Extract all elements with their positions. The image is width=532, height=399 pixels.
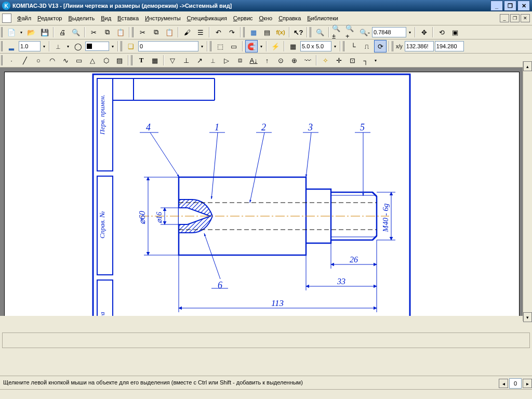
magnet-icon[interactable]: 🧲 [245,40,258,52]
paste-icon[interactable]: 📋 [114,26,127,38]
leader-icon[interactable]: ↗ [193,54,206,66]
bolt-icon[interactable]: ⚡ [269,40,282,52]
whatsthis-icon[interactable]: ↖? [292,26,304,38]
line-icon[interactable]: ╱ [19,54,31,66]
misc2-icon[interactable]: ┐ [360,54,372,66]
menu-spec[interactable]: Спецификация [184,14,230,22]
save-icon[interactable]: 💾 [38,26,51,38]
circle-icon[interactable]: ◯ [72,40,84,52]
layers-icon[interactable]: ❑ [125,40,137,52]
property-bar[interactable] [2,332,530,348]
copy2-icon[interactable]: ⧉ [150,26,162,38]
props-icon[interactable]: ☰ [194,26,207,38]
copy-icon[interactable]: ⧉ [101,26,113,38]
circle2-icon[interactable]: ○ [32,54,45,66]
snap-dd[interactable]: ▾ [259,41,264,52]
menu-view[interactable]: Вид [98,14,114,22]
zoom-out-icon[interactable]: 🔍- [358,26,371,38]
tol-icon[interactable]: ⧈ [234,54,246,66]
rough-icon[interactable]: ▽ [166,54,179,66]
spec-icon[interactable]: ▦ [247,26,260,38]
axis-icon[interactable]: ✛ [332,54,345,66]
drawing-canvas[interactable]: Перв. примен. Справ. № и дата [0,68,527,316]
table-icon[interactable]: ▦ [149,54,161,66]
point-icon[interactable]: · [5,54,18,66]
close-button[interactable]: ✕ [517,1,530,11]
pan-icon[interactable]: ✥ [418,26,430,38]
section-icon[interactable]: A↓ [247,54,260,66]
hex-icon[interactable]: ⬡ [100,54,112,66]
misc2-dd[interactable]: ▾ [373,55,378,66]
cut2-icon[interactable]: ✂ [136,26,149,38]
menu-libraries[interactable]: Библиотеки [304,14,341,22]
mark1-icon[interactable]: ⟂ [207,54,219,66]
auto-icon[interactable]: ✧ [319,54,331,66]
mdi-close[interactable]: ✕ [521,14,530,22]
layer-input[interactable] [138,41,198,51]
arc-icon[interactable]: ◠ [46,54,58,66]
grid-icon[interactable]: ▦ [287,40,299,52]
zoom-in-icon[interactable]: 🔍+ [345,26,357,38]
ortho-icon[interactable]: └ [347,40,360,52]
restore-button[interactable]: ❐ [504,1,516,11]
minimize-button[interactable]: _ [490,1,503,11]
brush-icon[interactable]: 🖌 [181,26,193,38]
open-icon[interactable]: 📂 [25,26,37,38]
tool-b-icon[interactable]: ▭ [228,40,240,52]
zoom-input[interactable] [372,27,406,37]
vertical-scrollbar[interactable]: ▴ ▾ [523,61,532,321]
arrow-icon[interactable]: ↑ [261,54,273,66]
scroll-up-icon[interactable]: ▴ [523,61,532,71]
preview-icon[interactable]: 🔍 [70,26,82,38]
menu-editor[interactable]: Редактор [35,14,64,22]
menu-help[interactable]: Справка [276,14,303,22]
zoom-all-icon[interactable]: ▣ [449,26,461,38]
grid-dd[interactable]: ▾ [332,41,338,52]
wave-icon[interactable]: 〰 [301,54,314,66]
menu-select[interactable]: Выделить [65,14,97,22]
rect-icon[interactable]: ▭ [73,54,85,66]
zoom-dd[interactable]: ▾ [407,26,413,38]
new-dd[interactable]: ▾ [19,26,24,38]
scroll-down-icon[interactable]: ▾ [523,312,532,322]
base-icon[interactable]: ⊥ [180,54,192,66]
menu-file[interactable]: Файл [15,14,34,22]
grid-input[interactable] [300,41,331,51]
redo-icon[interactable]: ↷ [225,26,238,38]
tri-icon[interactable]: △ [86,54,99,66]
coord-x[interactable] [405,41,434,51]
zoom-dyn-icon[interactable]: 🔍± [331,26,344,38]
scroll-right-icon[interactable]: ▸ [523,379,532,388]
curve-icon[interactable]: ∿ [59,54,72,66]
print-icon[interactable]: 🖨 [56,26,69,38]
hatch-icon[interactable]: ▨ [113,54,126,66]
layer-dd[interactable]: ▾ [200,41,205,52]
color-swatch[interactable] [85,42,109,51]
mdi-restore[interactable]: ❐ [510,14,520,22]
lc-dd[interactable]: ▾ [65,41,71,52]
tool-a-icon[interactable]: ⬚ [214,40,227,52]
linecap-icon[interactable]: ⟂ [52,40,64,52]
mdi-minimize[interactable]: _ [500,14,509,22]
mgr-icon[interactable]: ▤ [261,26,273,38]
scroll-left-icon[interactable]: ◂ [499,379,508,388]
lw-dd[interactable]: ▾ [42,41,47,52]
menu-insert[interactable]: Вставка [115,14,141,22]
zoom-prev-icon[interactable]: ⟲ [435,26,448,38]
status-spin[interactable] [509,378,522,389]
vars-icon[interactable]: f(x) [274,26,287,38]
menu-service[interactable]: Сервис [231,14,256,22]
pos-icon[interactable]: ⊙ [274,54,287,66]
color-dd[interactable]: ▾ [110,41,115,52]
undo-icon[interactable]: ↶ [212,26,224,38]
menu-window[interactable]: Окно [257,14,275,22]
misc1-icon[interactable]: ⊡ [346,54,358,66]
coord-y[interactable] [435,41,464,51]
track-icon[interactable]: ⎍ [361,40,373,52]
mark2-icon[interactable]: ▷ [220,54,233,66]
paste2-icon[interactable]: 📋 [163,26,176,38]
menu-tools[interactable]: Инструменты [142,14,183,22]
text-icon[interactable]: T [135,54,148,66]
linestyle-icon[interactable]: ▂ [5,40,18,52]
line-width-input[interactable] [19,41,41,51]
